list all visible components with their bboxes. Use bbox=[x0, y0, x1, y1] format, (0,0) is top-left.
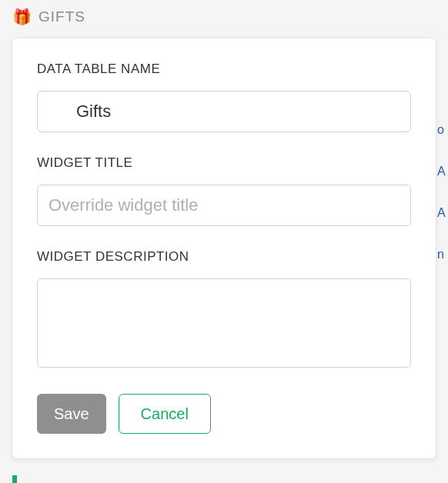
data-table-name-wrapper: 🎁 bbox=[37, 91, 411, 132]
widget-title-label: WIDGET TITLE bbox=[37, 155, 411, 171]
widget-description-label: WIDGET DESCRIPTION bbox=[37, 249, 411, 265]
settings-modal: DATA TABLE NAME 🎁 WIDGET TITLE WIDGET DE… bbox=[12, 38, 436, 458]
field-data-table-name: DATA TABLE NAME 🎁 bbox=[37, 62, 411, 132]
cancel-button[interactable]: Cancel bbox=[119, 394, 211, 434]
field-widget-title: WIDGET TITLE bbox=[37, 155, 411, 226]
button-row: Save Cancel bbox=[37, 394, 411, 434]
data-table-name-label: DATA TABLE NAME bbox=[37, 62, 411, 77]
field-widget-description: WIDGET DESCRIPTION bbox=[37, 249, 411, 371]
data-table-name-input[interactable] bbox=[37, 91, 411, 132]
widget-description-input[interactable] bbox=[37, 278, 411, 368]
save-button[interactable]: Save bbox=[37, 394, 106, 434]
page-header: 🎁 GIFTS bbox=[0, 0, 448, 34]
widget-title-input[interactable] bbox=[37, 185, 411, 226]
background-text: oAAn bbox=[437, 123, 448, 323]
gift-icon: 🎁 bbox=[12, 8, 32, 26]
accent-bar bbox=[12, 475, 17, 483]
page-title: GIFTS bbox=[38, 8, 85, 25]
